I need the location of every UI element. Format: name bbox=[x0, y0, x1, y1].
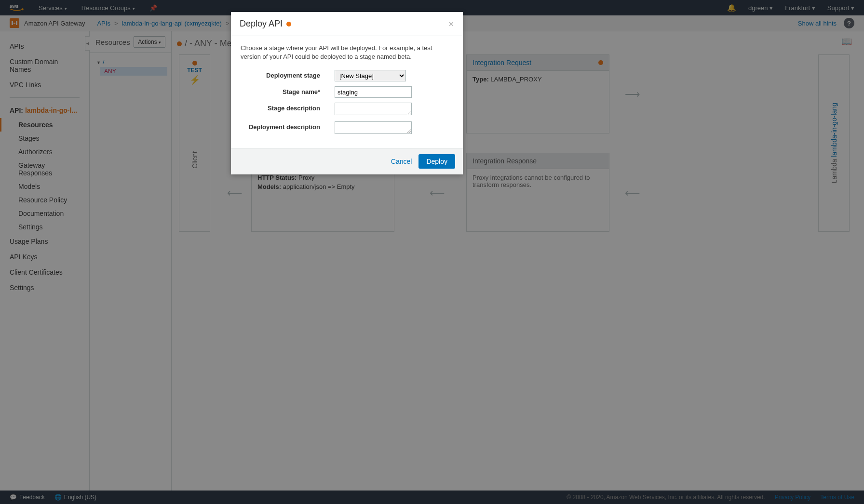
modal-title: Deploy API bbox=[240, 19, 283, 29]
stage-name-input[interactable] bbox=[335, 86, 412, 98]
cancel-button[interactable]: Cancel bbox=[391, 158, 412, 165]
stage-desc-input[interactable] bbox=[335, 103, 412, 115]
stage-name-label: Stage name* bbox=[241, 86, 335, 95]
modal-description: Choose a stage where your API will be de… bbox=[241, 44, 453, 61]
deploy-desc-label: Deployment description bbox=[241, 121, 335, 131]
deploy-desc-input[interactable] bbox=[335, 121, 412, 134]
stage-desc-label: Stage description bbox=[241, 103, 335, 112]
deployment-stage-label: Deployment stage bbox=[241, 70, 335, 79]
deployment-stage-select[interactable]: [New Stage] bbox=[335, 70, 406, 81]
hint-dot-icon bbox=[286, 22, 291, 27]
deploy-button[interactable]: Deploy bbox=[418, 154, 455, 169]
close-icon[interactable]: ✕ bbox=[448, 20, 454, 28]
deploy-api-modal: Deploy API ✕ Choose a stage where your A… bbox=[231, 12, 463, 174]
